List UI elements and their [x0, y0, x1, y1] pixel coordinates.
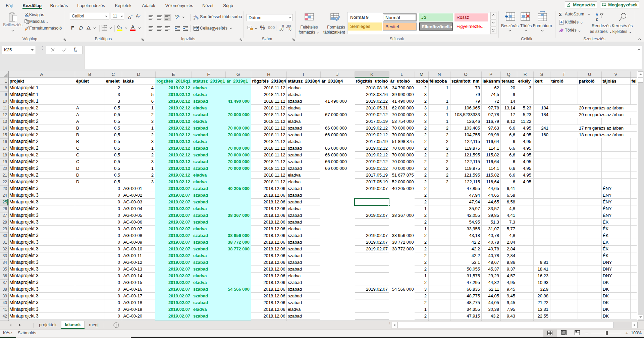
svg-text:Z: Z — [596, 18, 598, 21]
svg-text:c: c — [194, 17, 195, 20]
svg-text:A: A — [596, 13, 598, 16]
